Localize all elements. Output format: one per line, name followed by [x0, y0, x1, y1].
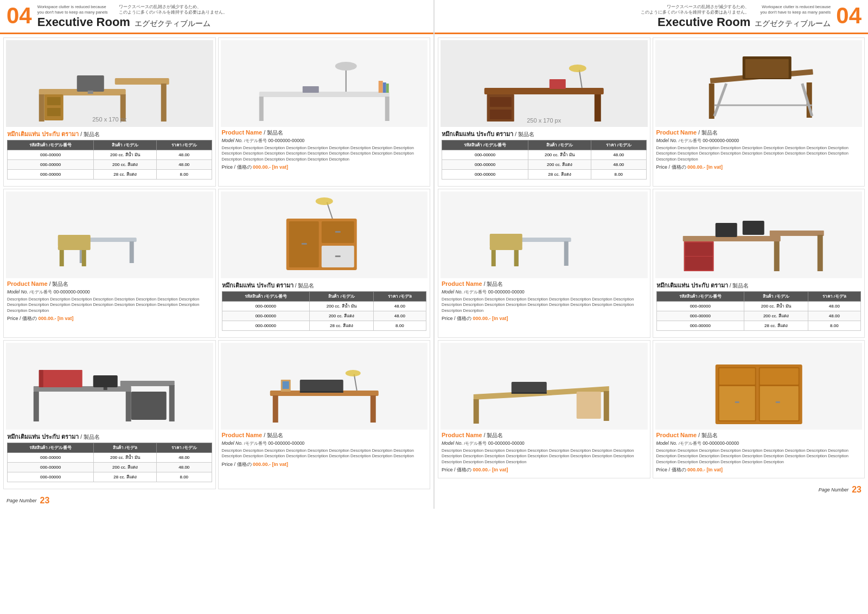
svg-rect-17 [382, 82, 386, 93]
product-table-1: รหัสสินค้า /モデル番号 สินค้า /モデル ราคา /モデル … [7, 140, 212, 180]
product-name-r6: Product Name / 製品名 [656, 432, 861, 439]
right-title-row: エグゼクティブルーム Executive Room [658, 15, 831, 29]
svg-point-62 [569, 65, 586, 72]
left-header-text: Workspace clutter is reduced because you… [37, 4, 108, 15]
product-image-2 [221, 40, 428, 127]
price-3: Price / 価格の 000.00.- [In vat] [7, 315, 212, 322]
product-cell-6: Product Name / 製品名 Model No. /モデル番号 00-0… [218, 340, 431, 489]
svg-rect-49 [299, 380, 343, 392]
product-cell-r2: Product Name / 製品名 Model No. /モデル番号 00-0… [653, 37, 865, 187]
left-header: 04 Workspace clutter is reduced because … [0, 0, 433, 34]
product-cell-r3: Product Name / 製品名 Model No. /モデル番号 00-0… [438, 189, 650, 338]
table-row: 000-00000 28 cc. สีแดง 8.00 [656, 321, 861, 330]
product-info-6: Product Name / 製品名 Model No. /モデル番号 00-0… [221, 430, 428, 487]
description-2: Description Description Description Desc… [222, 145, 427, 163]
product-image-r2 [655, 40, 863, 127]
left-header-text-jp: ワークスペースの乱雑さが減少するため、 このように多くのパネルを維持する必要はあ… [119, 4, 227, 15]
svg-rect-77 [492, 250, 496, 266]
right-subtitle-en: Workspace clutter is reduced because [762, 4, 831, 10]
product-cell-r1: 250 x 170 px หมึกเติมแท่น ประกับ ตรามา /… [438, 37, 650, 187]
page-spread: 04 Workspace clutter is reduced because … [0, 0, 868, 509]
left-product-grid: 250 x 170 px หมึกเติมแท่น ประกับ ตรามา /… [0, 34, 433, 493]
product-name-4: หมึกเติมแท่น ประกับ ตรามา / 製品名 [222, 280, 427, 290]
product-cell-2: Product Name / 製品名 Model No. /モデル番号 00-0… [218, 37, 431, 187]
product-name-3: Product Name / 製品名 [7, 280, 212, 288]
svg-rect-85 [715, 223, 737, 237]
right-title-jp: エグゼクティブルーム [755, 19, 831, 29]
svg-rect-57 [595, 94, 601, 121]
description-r6: Description Description Description Desc… [656, 448, 861, 465]
svg-line-51 [354, 374, 356, 391]
description-3: Description Description Description Desc… [7, 297, 212, 314]
model-no-r3: Model No. /モデル番号 00-000000-00000 [442, 289, 647, 295]
svg-rect-44 [104, 387, 107, 390]
svg-rect-25 [82, 250, 86, 266]
description-r3: Description Description Description Desc… [442, 297, 647, 314]
product-image-r4 [655, 191, 863, 278]
footer-number-right: 23 [852, 485, 861, 495]
product-table-5: รหัสสินค้า /モデル番号 สินค้า /モデล ราคา /モデル … [7, 443, 212, 482]
left-title-en: Executive Room [37, 15, 130, 29]
left-title-jp: エグゼクティブルーム [135, 19, 210, 29]
svg-rect-86 [742, 221, 764, 235]
table-row: 000-00000 200 cc. สีน้ำ มัน 48.00 [656, 301, 861, 311]
description-6: Description Description Description Desc… [222, 448, 427, 459]
product-info-4: หมึกเติมแท่น ประกับ ตรามา / 製品名 รหัสสินค… [221, 278, 428, 335]
product-cell-r6: Product Name / 製品名 Model No. /モデル番号 00-0… [653, 340, 865, 479]
svg-rect-93 [512, 382, 547, 393]
price-r2: Price / 価格の 000.00.- [In vat] [656, 164, 861, 171]
product-image-5 [6, 343, 213, 430]
svg-rect-38 [34, 392, 39, 421]
svg-line-61 [579, 70, 582, 88]
right-subtitle-jp: ワークスペースの乱雑さが減少するため、 [667, 4, 749, 10]
product-info-1: หมึกเติมแท่น ประกับ ตรามา / 製品名 รหัสสินค… [6, 127, 213, 184]
product-info-r3: Product Name / 製品名 Model No. /モデル番号 00-0… [441, 278, 648, 335]
svg-rect-78 [514, 250, 519, 266]
svg-rect-41 [39, 370, 82, 387]
svg-text:250 x 170 px: 250 x 170 px [92, 116, 126, 123]
right-header-text-en: Workspace clutter is reduced because you… [760, 4, 831, 15]
price-r3: Price / 価格の 000.00.- [In vat] [442, 315, 647, 322]
svg-rect-99 [760, 386, 798, 420]
model-no-r6: Model No. /モデル番号 00-000000-00000 [656, 440, 861, 446]
model-no-6: Model No. /モデル番号 00-000000-00000 [222, 440, 427, 446]
table-row: 000-00000 200 cc. สีแดง 48.00 [8, 159, 212, 169]
product-table-r4: รหัสสินค้า /モデル番号 สินค้า /モデル ราคา /モデล … [656, 291, 861, 331]
svg-rect-90 [474, 399, 479, 424]
table-row: 000-00000 200 cc. สีน้ำ มัน 48.00 [8, 150, 212, 159]
price-r5: Price / 価格の 000.00.- [In vat] [442, 466, 647, 474]
product-info-5: หมึกเติมแท่น ประกับ ตรามา / 製品名 รหัสสินค… [6, 430, 213, 487]
product-info-r6: Product Name / 製品名 Model No. /モデル番号 00-0… [655, 430, 863, 476]
svg-rect-63 [550, 79, 566, 89]
svg-rect-13 [385, 97, 389, 121]
svg-rect-83 [774, 241, 779, 271]
svg-rect-45 [131, 392, 167, 420]
svg-rect-81 [769, 231, 824, 236]
table-header: ราคา /モデล [808, 291, 860, 301]
product-cell-4: หมึกเติมแท่น ประกับ ตรามา / 製品名 รหัสสินค… [218, 189, 431, 338]
product-info-3: Product Name / 製品名 Model No. /モデル番号 00-0… [6, 278, 213, 335]
svg-rect-24 [60, 250, 64, 266]
svg-rect-89 [685, 257, 712, 270]
right-header: 04 ワークスペースの乱雑さが減少するため、 このように多くのパネルを維持する必… [435, 0, 868, 34]
table-header: สินค้า /モデล [94, 443, 157, 452]
product-image-r3 [441, 191, 648, 278]
right-subtitle-jp2: このように多くのパネルを維持する必要はありません。 [641, 10, 749, 15]
svg-rect-48 [370, 395, 375, 423]
svg-rect-98 [719, 386, 755, 420]
left-header-number: 04 [7, 4, 32, 27]
product-image-r6 [655, 343, 863, 430]
right-footer: 23 Page Number [435, 482, 868, 498]
svg-rect-2 [39, 94, 44, 121]
svg-rect-54 [282, 381, 289, 389]
table-header: สินค้า /モデル [744, 291, 808, 301]
svg-rect-9 [88, 91, 93, 94]
svg-point-15 [335, 62, 356, 71]
right-header-text-jp: ワークスペースの乱雑さが減少するため、 このように多くのパネルを維持する必要はあ… [641, 4, 749, 15]
table-row: 000-00000 200 cc. สีแดง 48.00 [222, 311, 426, 321]
product-info-2: Product Name / 製品名 Model No. /モデル番号 00-0… [221, 127, 428, 184]
svg-rect-12 [259, 97, 263, 121]
product-image-4 [221, 191, 428, 278]
table-header: รหัสสินค้า /モデル番号 [222, 291, 310, 301]
table-header: รหัสสินค้า /モデル番号 [442, 140, 528, 150]
